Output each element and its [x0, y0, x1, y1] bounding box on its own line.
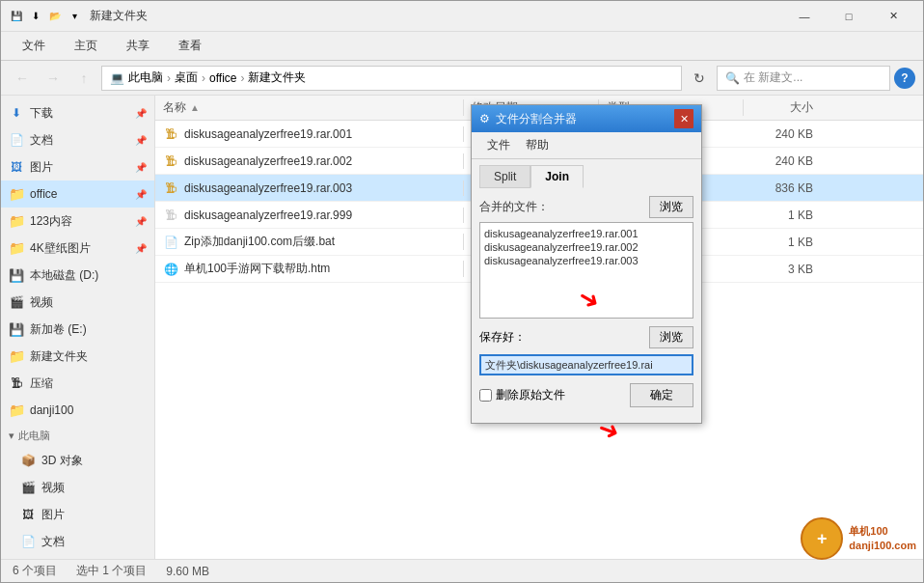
- file-name-text: diskusageanalyzerfree19.rar.003: [184, 181, 352, 195]
- bat-icon: 📄: [163, 235, 178, 250]
- sidebar-item-newfolder[interactable]: 📁 新建文件夹: [1, 343, 154, 370]
- ribbon-tabs: 文件 主页 共享 查看: [1, 32, 923, 60]
- sidebar-item-label: 下载: [30, 105, 53, 122]
- window-controls: — □ ✕: [782, 1, 915, 32]
- tab-file[interactable]: 文件: [9, 32, 59, 60]
- sidebar-section-thispc: ▾ 此电脑: [1, 424, 154, 447]
- sidebar-item-pics2[interactable]: 🖼 图片: [1, 501, 154, 528]
- file-size: 3 KB: [744, 263, 821, 276]
- col-header-size[interactable]: 大小: [744, 99, 821, 116]
- sidebar-item-download[interactable]: ⬇ 下载 📌: [1, 99, 154, 126]
- file-size: 1 KB: [744, 236, 821, 249]
- refresh-button[interactable]: ↻: [686, 65, 713, 92]
- rar-icon: 🗜: [163, 126, 178, 142]
- rar-icon: 🗜: [163, 208, 178, 223]
- sidebar-item-docs[interactable]: 📄 文档 📌: [1, 126, 154, 153]
- up-button[interactable]: ↑: [70, 65, 97, 92]
- sidebar-item-label: 本地磁盘 (D:): [30, 267, 98, 284]
- sidebar-item-newe[interactable]: 💾 新加卷 (E:): [1, 316, 154, 343]
- sidebar-item-123[interactable]: 📁 123内容 📌: [1, 208, 154, 235]
- save-row: 保存好： 浏览: [479, 326, 693, 348]
- dialog-close-button[interactable]: ✕: [674, 109, 693, 128]
- pin-icon: 📌: [135, 135, 147, 146]
- browse-button-2[interactable]: 浏览: [649, 326, 693, 348]
- save-path-input[interactable]: [479, 354, 693, 375]
- file-name-text: 单机100手游网下载帮助.htm: [184, 261, 330, 277]
- minimize-button[interactable]: —: [782, 1, 827, 32]
- browse-button-1[interactable]: 浏览: [649, 196, 693, 218]
- file-name: 🗜 diskusageanalyzerfree19.rar.999: [155, 208, 464, 223]
- folder-icon: 📁: [9, 240, 24, 256]
- pin-icon: 📌: [135, 162, 147, 173]
- ok-button[interactable]: 确定: [630, 383, 693, 407]
- tab-share[interactable]: 共享: [113, 32, 163, 60]
- col-header-name[interactable]: 名称 ▲: [155, 99, 464, 116]
- sidebar-item-video2[interactable]: 🎬 视频: [1, 474, 154, 501]
- address-path: 此电脑 › 桌面 › office › 新建文件夹: [128, 69, 306, 86]
- sidebar-item-label: 文档: [30, 132, 53, 149]
- pin-icon: 📌: [135, 108, 147, 119]
- sidebar-item-label: 文档: [41, 534, 65, 550]
- main-area: ⬇ 下载 📌 📄 文档 📌 🖼 图片 📌 📁 office 📌 📁: [1, 96, 923, 559]
- join-label-text: 合并的文件：: [479, 199, 549, 215]
- title-bar: 💾 ⬇ 📂 ▾ 新建文件夹 — □ ✕: [1, 1, 923, 32]
- title-bar-icon1: 💾: [9, 9, 24, 24]
- tab-split[interactable]: Split: [479, 165, 530, 188]
- dialog-tabs: Split Join: [472, 159, 701, 188]
- forward-button[interactable]: →: [40, 65, 67, 92]
- sidebar-item-danji100[interactable]: 📁 danji100: [1, 397, 154, 424]
- sidebar-item-compress[interactable]: 🗜 压缩: [1, 370, 154, 397]
- title-bar-icon4: ▾: [67, 9, 82, 24]
- address-pc-icon: 💻: [110, 71, 124, 85]
- sidebar-item-video[interactable]: 🎬 视频: [1, 289, 154, 316]
- sidebar-item-3d[interactable]: 📦 3D 对象: [1, 447, 154, 474]
- dialog-title-icon: ⚙: [479, 112, 490, 125]
- tab-join[interactable]: Join: [530, 165, 584, 188]
- folder-icon: 📁: [9, 213, 24, 229]
- pin-icon: 📌: [135, 189, 147, 200]
- folder-icon: 📁: [9, 186, 24, 202]
- status-count: 6 个项目: [13, 563, 57, 579]
- back-button[interactable]: ←: [9, 65, 36, 92]
- compress-icon: 🗜: [9, 375, 24, 391]
- file-name: 🗜 diskusageanalyzerfree19.rar.002: [155, 153, 464, 169]
- delete-label: 删除原始文件: [496, 387, 565, 403]
- status-size: 9.60 MB: [166, 565, 209, 578]
- tab-home[interactable]: 主页: [61, 32, 111, 60]
- sidebar-item-label: 123内容: [30, 213, 72, 230]
- sidebar-item-label: office: [30, 187, 57, 201]
- address-input[interactable]: 💻 此电脑 › 桌面 › office › 新建文件夹: [101, 66, 682, 91]
- dialog-body: 合并的文件： 浏览 diskusageanalyzerfree19.rar.00…: [472, 188, 701, 423]
- maximize-button[interactable]: □: [827, 1, 871, 32]
- dialog-menu: 文件 帮助: [472, 132, 701, 159]
- sidebar-item-pics[interactable]: 🖼 图片 📌: [1, 153, 154, 180]
- rar-icon: 🗜: [163, 153, 178, 169]
- file-name-text: diskusageanalyzerfree19.rar.001: [184, 127, 352, 141]
- sidebar-item-4k[interactable]: 📁 4K壁纸图片 📌: [1, 235, 154, 262]
- help-button[interactable]: ?: [894, 68, 915, 89]
- title-bar-icon3: 📂: [47, 9, 63, 24]
- file-name: 🗜 diskusageanalyzerfree19.rar.003: [155, 180, 464, 196]
- file-splitter-dialog: ⚙ 文件分割合并器 ✕ 文件 帮助 Split Join 合并的文件： 浏览 d…: [471, 104, 702, 424]
- search-box[interactable]: 🔍 在 新建文...: [717, 66, 890, 91]
- status-bar: 6 个项目 选中 1 个项目 9.60 MB: [1, 559, 923, 582]
- sidebar-item-label: 新建文件夹: [30, 348, 88, 365]
- sidebar-item-label: 视频: [30, 294, 53, 311]
- sidebar-item-label: 4K壁纸图片: [30, 240, 91, 257]
- search-placeholder: 在 新建文...: [744, 69, 802, 86]
- pin-icon: 📌: [135, 243, 147, 254]
- path-part-office: office: [209, 71, 236, 85]
- sidebar-item-label: 3D 对象: [41, 453, 83, 469]
- ribbon: 文件 主页 共享 查看: [1, 32, 923, 61]
- dialog-menu-file[interactable]: 文件: [479, 134, 518, 156]
- sidebar-item-office[interactable]: 📁 office 📌: [1, 180, 154, 208]
- sidebar-item-localdisk[interactable]: 💾 本地磁盘 (D:): [1, 262, 154, 289]
- sidebar-item-docs2[interactable]: 📄 文档: [1, 528, 154, 555]
- file-size: 240 KB: [744, 154, 821, 168]
- search-icon: 🔍: [725, 71, 740, 85]
- close-button[interactable]: ✕: [871, 1, 915, 32]
- dialog-menu-help[interactable]: 帮助: [518, 134, 557, 156]
- delete-original-checkbox[interactable]: [479, 389, 492, 402]
- file-name-text: diskusageanalyzerfree19.rar.999: [184, 208, 352, 222]
- tab-view[interactable]: 查看: [165, 32, 215, 60]
